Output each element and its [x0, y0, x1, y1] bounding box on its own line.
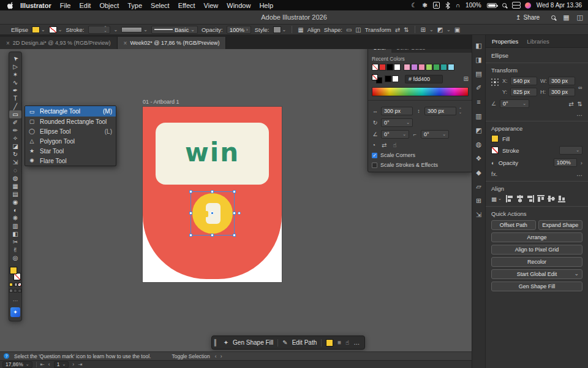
color-swatch[interactable] — [433, 64, 440, 71]
search-icon[interactable] — [551, 15, 556, 20]
next-artboard-icon[interactable]: › — [72, 361, 74, 367]
align-left-icon[interactable] — [506, 195, 513, 202]
align-to-dropdown[interactable]: ▦⌄ — [491, 196, 502, 202]
graphic-styles-panel-icon[interactable]: ❖ — [476, 155, 482, 162]
stroke-weight-chevron[interactable]: ⌄ — [114, 27, 118, 33]
selection-handle-bl[interactable] — [189, 234, 192, 237]
menubar-menu-item[interactable]: View — [204, 2, 219, 9]
color-mode-button[interactable] — [9, 283, 13, 286]
paintbrush-tool[interactable]: ✐ — [9, 118, 21, 126]
prev-hint-icon[interactable]: ‹ — [215, 353, 217, 359]
reference-point-selector[interactable] — [491, 79, 499, 86]
headphones-icon[interactable]: ∩ — [456, 2, 460, 9]
stroke-panel-icon[interactable]: ≡ — [477, 99, 480, 105]
free-transform-tool[interactable]: ◌ — [9, 166, 21, 174]
line-segment-tool[interactable]: ╱ — [9, 102, 21, 110]
panel-fill-stroke-indicator[interactable] — [372, 74, 382, 83]
white-swatch[interactable] — [392, 75, 399, 82]
align-center-h-icon[interactable] — [516, 195, 524, 202]
flip-horizontal-icon[interactable]: ⇄ — [568, 101, 573, 107]
gradient-panel-icon[interactable]: ▥ — [475, 113, 481, 120]
taskbar-gesture-icon[interactable]: ☝ — [345, 339, 349, 346]
flyout-menu-item[interactable]: ★ Star Tool — [25, 146, 116, 156]
color-swatch[interactable] — [418, 64, 425, 71]
artboard-tool[interactable]: ◧ — [9, 230, 21, 238]
type-tool[interactable]: T — [9, 94, 21, 102]
scale-strokes-row[interactable]: Scale Strokes & Effects — [372, 162, 469, 168]
column-graph-tool[interactable]: ▥ — [9, 222, 21, 230]
layers-panel-icon[interactable]: ▱ — [476, 183, 481, 190]
quick-action-button[interactable]: Start Global Edit⌄ — [491, 269, 582, 279]
height-field[interactable]: 300 px — [424, 107, 456, 115]
flyout-menu-item[interactable]: ◯ Ellipse Tool (L) — [25, 126, 116, 136]
hand-tool[interactable]: ✌ — [9, 246, 21, 254]
width-field[interactable]: 300 px — [548, 77, 575, 85]
flip-vertical-icon[interactable]: ⇅ — [578, 101, 582, 107]
rotate-tool[interactable]: ↻ — [9, 150, 21, 158]
stroke-weight-field[interactable]: ⌃⌄ — [88, 26, 110, 34]
quick-action-button[interactable]: Arrange — [491, 232, 582, 242]
scale-strokes-checkbox[interactable] — [372, 163, 377, 168]
flyout-menu-item[interactable]: ▢ Rounded Rectangle Tool — [25, 117, 116, 126]
live-shape-widget-handle[interactable] — [238, 212, 241, 215]
close-tab-icon[interactable]: × — [124, 40, 127, 47]
scale-corners-row[interactable]: ✓ Scale Corners — [372, 152, 469, 158]
fill-stroke-indicator[interactable] — [10, 267, 21, 280]
arrange-icon[interactable]: ◩ — [437, 26, 443, 33]
link-corners-icon[interactable]: ☝ — [393, 142, 396, 148]
moon-icon[interactable]: ☾ — [411, 2, 417, 9]
eyedropper-tool[interactable]: ◉ — [9, 198, 21, 206]
height-field[interactable]: 300 px — [548, 88, 575, 96]
transform-icon-2[interactable]: ⇅ — [404, 26, 409, 33]
more-options-chevron[interactable]: ⌄ — [429, 27, 434, 33]
selection-tool[interactable]: ➤ — [9, 55, 21, 63]
siri-icon[interactable] — [525, 2, 531, 9]
shape-builder-tool[interactable]: ◍ — [9, 174, 21, 182]
stroke-swatch[interactable] — [49, 26, 57, 33]
opacity-field[interactable]: 100% — [554, 158, 577, 167]
close-tab-icon[interactable]: × — [6, 40, 10, 47]
rotation-field[interactable]: 0° ⌄ — [500, 99, 529, 108]
align-bottom-icon[interactable] — [558, 195, 565, 202]
transform-icon-1[interactable]: ⇄ — [395, 26, 400, 33]
align-label[interactable]: Align — [307, 26, 320, 33]
artboard[interactable]: win — [143, 107, 282, 282]
menubar-menu-item[interactable]: Select — [151, 2, 170, 9]
battery-icon[interactable] — [487, 3, 497, 8]
none-mode-button[interactable] — [18, 283, 21, 286]
selection-handle-tr[interactable] — [233, 190, 236, 193]
win-text[interactable]: win — [156, 137, 269, 167]
artboard-label[interactable]: 01 - Artboard 1 — [143, 99, 179, 105]
color-swatch[interactable] — [379, 64, 386, 71]
shape-mode-icon-1[interactable]: ▭ — [346, 26, 352, 33]
edit-path-button[interactable]: Edit Path — [292, 339, 317, 346]
draw-inside-button[interactable] — [18, 289, 21, 293]
isolate-icon[interactable]: ⊞ — [421, 26, 426, 33]
width-profile-dropdown[interactable]: ⌄ — [121, 27, 148, 33]
share-button[interactable]: ↥ Share — [511, 13, 544, 22]
document-tab[interactable]: × 2D Design.ai* @ 4,93 % (RGB/Preview) — [0, 37, 118, 49]
appearance-panel-icon[interactable]: ◍ — [476, 141, 482, 148]
flyout-menu-item[interactable]: △ Polygon Tool — [25, 136, 116, 146]
selection-handle-bm[interactable] — [211, 234, 214, 237]
brush-definition-dropdown[interactable]: Basic ⌄ — [151, 26, 198, 34]
align-right-icon[interactable] — [527, 195, 534, 202]
draw-behind-button[interactable] — [13, 289, 17, 293]
menubar-clock[interactable]: Wed 8 Apr 13.36 — [537, 2, 582, 9]
corner-radius-field[interactable]: 0°⌄ — [421, 130, 449, 139]
eraser-tool[interactable]: ◪ — [9, 142, 21, 150]
lasso-tool[interactable]: ∿ — [9, 79, 21, 86]
y-position-field[interactable]: 825 px — [510, 88, 537, 96]
prev-artboard-icon[interactable]: ‹ — [48, 361, 50, 367]
quick-action-button[interactable]: Offset Path — [491, 220, 536, 230]
apple-menu[interactable] — [7, 1, 14, 9]
width-field[interactable]: 300 px — [381, 107, 413, 115]
mesh-tool[interactable]: ▦ — [9, 182, 21, 190]
menubar-menu-item[interactable]: Help — [259, 2, 273, 9]
x-position-field[interactable]: 540 px — [510, 77, 537, 85]
color-swatch[interactable] — [448, 64, 454, 71]
menubar-menu-item[interactable]: Edit — [79, 2, 91, 9]
corner-type-icon[interactable]: ◔ — [372, 142, 375, 148]
color-guide-panel-icon[interactable]: ◨ — [475, 56, 481, 63]
swatches-panel-icon[interactable]: ▤ — [475, 71, 481, 77]
